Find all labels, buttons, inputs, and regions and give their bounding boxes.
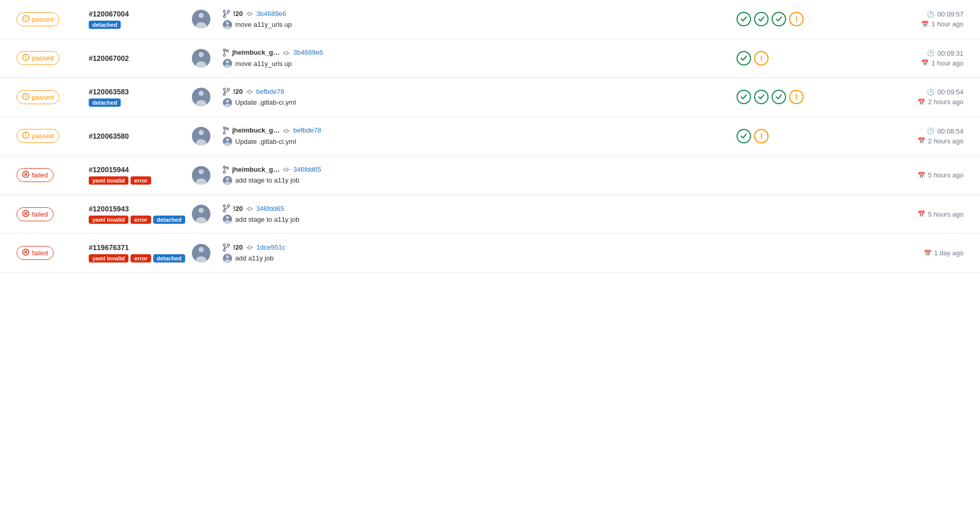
- duration-text: 00:09:54: [937, 88, 963, 96]
- tag-detached: detached: [153, 254, 185, 262]
- svg-point-5: [248, 12, 251, 15]
- pipeline-id[interactable]: #120015943: [89, 205, 192, 213]
- tag-yaml-invalid: yaml invalid: [89, 254, 128, 262]
- commit-message-row: move a11y_urls up: [223, 20, 737, 29]
- stage-icon-success: [737, 129, 751, 143]
- svg-point-3: [227, 10, 230, 12]
- col-avatar: [192, 166, 223, 185]
- commit-sep-icon: [246, 204, 253, 212]
- commit-hash[interactable]: 1dce951c: [256, 243, 285, 251]
- time-ago-text: 1 hour ago: [932, 20, 963, 28]
- svg-point-21: [248, 90, 251, 93]
- commit-hash[interactable]: 346fdd65: [293, 166, 321, 173]
- calendar-icon: 📅: [918, 210, 925, 218]
- clock-icon: 🕐: [927, 89, 935, 96]
- commit-ref: !20346fdd65: [223, 204, 737, 213]
- status-label: passed: [32, 54, 54, 62]
- duration-row: 🕐00:09:54: [927, 88, 963, 96]
- stage-icon-warning: !: [754, 129, 769, 143]
- col-avatar: [192, 244, 223, 262]
- stage-icon-success: [737, 51, 751, 65]
- pipeline-id[interactable]: #120015944: [89, 166, 192, 174]
- col-time: 🕐00:09:54📅2 hours ago: [850, 88, 963, 106]
- clock-icon: 🕐: [927, 127, 935, 135]
- table-row: failed#120015944yaml invaliderrorjheimbu…: [0, 156, 980, 195]
- commit-hash[interactable]: 346fdd65: [256, 205, 284, 212]
- svg-text:!: !: [25, 55, 26, 60]
- status-badge[interactable]: !passed: [17, 51, 59, 65]
- svg-point-27: [223, 132, 225, 134]
- branch-name[interactable]: jheimbuck_g…: [232, 166, 280, 173]
- col-time: 📅1 day ago: [850, 249, 963, 257]
- stage-icon-success: [754, 12, 769, 26]
- col-status: failed: [17, 246, 89, 260]
- status-badge[interactable]: failed: [17, 246, 54, 260]
- branch-icon: [223, 126, 229, 135]
- table-row: !passed#120067004detached!203b4689e6move…: [0, 0, 980, 39]
- duration-row: 🕐00:08:54: [927, 127, 963, 135]
- time-ago-row: 📅1 hour ago: [921, 20, 963, 28]
- col-avatar: [192, 49, 223, 68]
- col-time: 🕐00:09:31📅1 hour ago: [850, 50, 963, 67]
- time-ago-text: 1 day ago: [934, 249, 963, 257]
- merge-icon: [223, 9, 230, 18]
- branch-icon: [223, 48, 229, 57]
- branch-name[interactable]: !20: [233, 88, 243, 95]
- col-status: failed: [17, 207, 89, 221]
- status-badge[interactable]: failed: [17, 207, 54, 221]
- calendar-icon: 📅: [918, 98, 925, 106]
- status-badge[interactable]: !passed: [17, 90, 59, 104]
- branch-name[interactable]: jheimbuck_g…: [232, 126, 280, 134]
- status-label: passed: [32, 15, 54, 23]
- commit-sep-icon: [283, 48, 290, 57]
- branch-name[interactable]: !20: [233, 10, 243, 18]
- status-badge[interactable]: failed: [17, 168, 54, 182]
- pipeline-list: !passed#120067004detached!203b4689e6move…: [0, 0, 980, 526]
- col-stages: !: [737, 90, 850, 104]
- branch-name[interactable]: !20: [233, 205, 243, 212]
- col-avatar: [192, 205, 223, 223]
- pipeline-id[interactable]: #120067004: [89, 10, 192, 18]
- time-ago-row: 📅5 hours ago: [918, 171, 963, 179]
- branch-name[interactable]: jheimbuck_g…: [232, 48, 280, 56]
- table-row: failed#119676371yaml invaliderrordetache…: [0, 234, 980, 273]
- commit-message-row: move a11y_urls up: [223, 59, 737, 68]
- time-ago-row: 📅5 hours ago: [918, 210, 963, 218]
- commit-message: Update .gitlab-ci.yml: [235, 138, 296, 145]
- commit-hash[interactable]: 3b4689e6: [256, 10, 286, 18]
- status-icon-passed: !: [22, 93, 29, 102]
- col-time: 📅5 hours ago: [850, 210, 963, 218]
- pipeline-id[interactable]: #120063580: [89, 132, 192, 140]
- pipeline-id[interactable]: #120063583: [89, 88, 192, 96]
- sub-badges: yaml invaliderror: [89, 176, 192, 185]
- status-badge[interactable]: !passed: [17, 12, 59, 26]
- col-status: !passed: [17, 90, 89, 104]
- commit-hash[interactable]: 3b4689e6: [293, 48, 323, 56]
- calendar-icon: 📅: [918, 137, 925, 144]
- commit-message-row: Update .gitlab-ci.yml: [223, 137, 737, 146]
- tag-yaml-invalid: yaml invalid: [89, 216, 128, 224]
- pipeline-id[interactable]: #119676371: [89, 243, 192, 252]
- col-commit: !201dce951cadd a11y job: [223, 243, 737, 263]
- calendar-icon: 📅: [921, 21, 929, 28]
- svg-point-19: [227, 88, 230, 90]
- commit-sep-icon: [246, 10, 253, 18]
- commit-hash[interactable]: befbde78: [256, 88, 284, 95]
- col-commit: !203b4689e6move a11y_urls up: [223, 9, 737, 29]
- status-icon-passed: !: [22, 132, 29, 140]
- status-badge[interactable]: !passed: [17, 129, 59, 143]
- commit-ref: jheimbuck_g…346fdd65: [223, 165, 737, 174]
- pipeline-id[interactable]: #120067002: [89, 54, 192, 62]
- col-commit: !20befbde78Update .gitlab-ci.yml: [223, 87, 737, 107]
- col-id: #120015943yaml invaliderrordetached: [89, 205, 192, 224]
- time-info: 📅5 hours ago: [850, 171, 963, 179]
- col-commit: jheimbuck_g…346fdd65add stage to a11y jo…: [223, 165, 737, 185]
- branch-name[interactable]: !20: [233, 243, 243, 251]
- stage-icon-warning: !: [789, 90, 804, 104]
- commit-hash[interactable]: befbde78: [293, 126, 321, 134]
- time-info: 🕐00:09:57📅1 hour ago: [850, 10, 963, 28]
- calendar-icon: 📅: [921, 59, 929, 67]
- status-icon-passed: !: [22, 15, 29, 24]
- status-icon-failed: [22, 210, 29, 219]
- duration-row: 🕐00:09:31: [927, 50, 963, 57]
